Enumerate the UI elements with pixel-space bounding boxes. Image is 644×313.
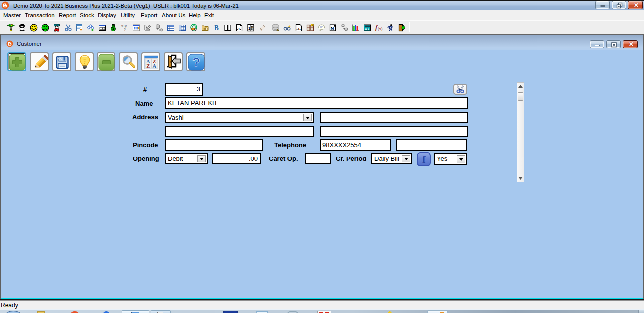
svg-text:-1-: -1- xyxy=(237,27,241,31)
svg-text:N: N xyxy=(331,26,334,31)
svg-text:B: B xyxy=(214,24,219,32)
svg-text:=?: =? xyxy=(122,28,126,31)
svg-text:A: A xyxy=(152,63,156,69)
svg-text:$: $ xyxy=(112,26,115,31)
svg-text:(x): (x) xyxy=(378,27,383,31)
svg-text:2: 2 xyxy=(251,26,253,30)
svg-text:?: ? xyxy=(192,55,200,70)
svg-text:1: 1 xyxy=(248,26,250,31)
svg-text:-1-: -1- xyxy=(297,27,301,31)
svg-text:Z: Z xyxy=(146,63,150,69)
